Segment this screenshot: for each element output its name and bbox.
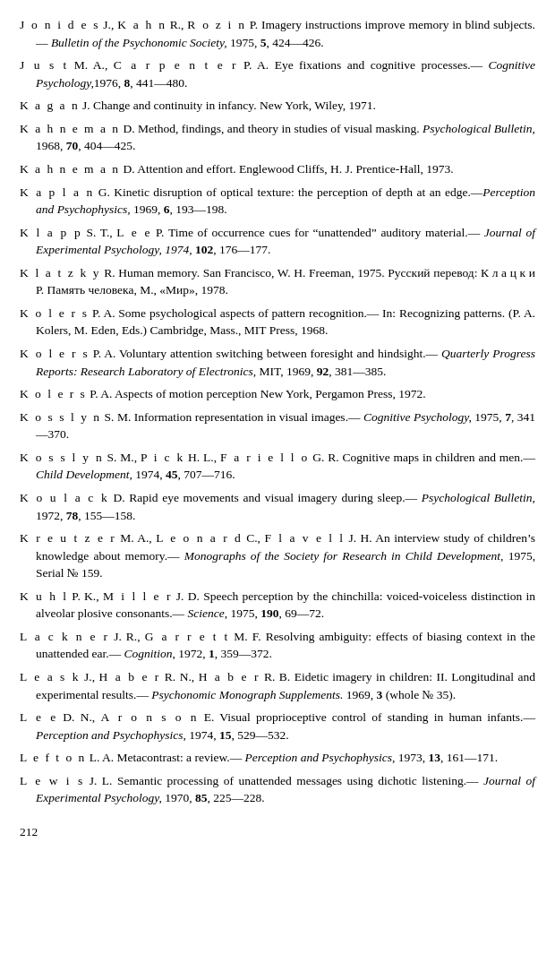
ref-entry-jonides: J o n i d e s J., K a h n R., R o z i n … (20, 16, 535, 51)
ref-entry-kahneman2: K a h n e m a n D. Attention and effort.… (20, 160, 535, 178)
ref-entry-kosslyn1: K o s s l y n S. M. Information represen… (20, 408, 535, 443)
ref-entry-just: J u s t M. A., C a r p e n t e r P. A. E… (20, 56, 535, 91)
ref-entry-kuhl: K u h l P. K., M i l l e r J. D. Speech … (20, 588, 535, 623)
ref-entry-kahneman1: K a h n e m a n D. Method, findings, and… (20, 120, 535, 155)
ref-entry-lackner: L a c k n e r J. R., G a r r e t t M. F.… (20, 628, 535, 663)
ref-entry-klapp: K l a p p S. T., L e e P. Time of occurr… (20, 224, 535, 259)
ref-entry-kolers3: K o l e r s P. A. Aspects of motion perc… (20, 385, 535, 403)
ref-entry-koulack: K o u l a c k D. Rapid eye movements and… (20, 489, 535, 524)
ref-entry-kolers2: K o l e r s P. A. Voluntary attention sw… (20, 345, 535, 380)
ref-entry-leask: L e a s k J., H a b e r R. N., H a b e r… (20, 668, 535, 703)
ref-entry-kosslyn2: K o s s l y n S. M., P i c k H. L., F a … (20, 449, 535, 484)
ref-entry-lee: L e e D. N., A r o n s o n E. Visual pro… (20, 709, 535, 744)
ref-entry-kaplan: K a p l a n G. Kinetic disruption of opt… (20, 184, 535, 219)
ref-entry-kolers1: K o l e r s P. A. Some psychological asp… (20, 305, 535, 340)
ref-entry-lefton: L e f t o n L. A. Metacontrast: a review… (20, 749, 535, 767)
ref-entry-kagan: K a g a n J. Change and continuity in in… (20, 97, 535, 115)
ref-entry-lewis: L e w i s J. L. Semantic processing of u… (20, 772, 535, 807)
ref-entry-kreutzer: K r e u t z e r M. A., L e o n a r d C.,… (20, 529, 535, 582)
page-number: 212 (20, 823, 535, 841)
ref-entry-klatzky: K l a t z k y R. Human memory. San Franc… (20, 264, 535, 299)
references-list: J o n i d e s J., K a h n R., R o z i n … (20, 16, 535, 807)
